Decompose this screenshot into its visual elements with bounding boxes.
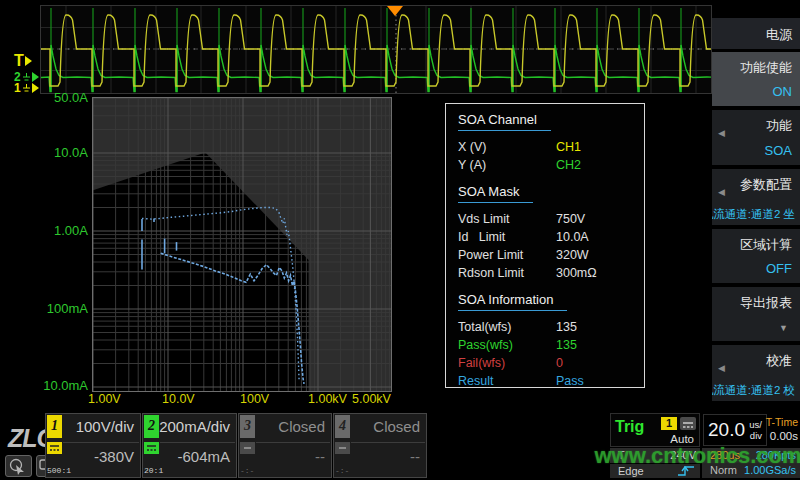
- chevron-left-icon: ◀: [718, 187, 725, 197]
- sidebar-label: 功能: [766, 117, 792, 135]
- waveform-display: [40, 5, 712, 94]
- row-label: Y (A): [458, 158, 556, 172]
- sidebar-value: ON: [773, 84, 793, 99]
- sidebar-item-parameter-config[interactable]: ◀ 参数配置 电流通道:通道2 坐: [712, 169, 800, 225]
- section-title-soa-mask: SOA Mask: [458, 184, 533, 203]
- y-tick-1a: 1.00A: [28, 223, 88, 238]
- sidebar-subtext: 电流通道:通道2 校: [712, 383, 795, 398]
- section-title-soa-channel: SOA Channel: [458, 112, 551, 131]
- timebase-unit-top: us/: [749, 420, 762, 430]
- y-tick-10ma: 10.0mA: [28, 378, 88, 393]
- x-tick-1kv: 1.00kV: [308, 392, 347, 406]
- y-channel-value: CH2: [556, 158, 581, 172]
- chevron-down-icon: ▼: [779, 323, 788, 333]
- x-tick-5kv: 5.00kV: [352, 392, 391, 406]
- watermark: www.cntronics.com: [593, 443, 800, 469]
- y-tick-10a: 10.0A: [28, 145, 88, 160]
- ch4-status: Closed: [373, 418, 420, 435]
- channel-4-badge: 4: [335, 415, 350, 438]
- right-arrow-icon: [25, 56, 32, 66]
- trigger-label: Trig: [615, 418, 644, 436]
- sidebar-subtext: 电流通道:通道2 坐: [712, 207, 795, 222]
- channel-1-badge: 1: [47, 415, 62, 438]
- row-label: Total(wfs): [458, 320, 556, 334]
- sidebar-item-calibration[interactable]: ◀ 校准 电流通道:通道2 校: [712, 345, 800, 401]
- row-label: Result: [458, 374, 556, 388]
- divider: [256, 442, 330, 443]
- ch1-position-marker[interactable]: 1: [14, 81, 39, 95]
- ch1-scale: 100V/div: [76, 418, 134, 435]
- sidebar-item-area-calc[interactable]: 区域计算 OFF: [712, 229, 800, 283]
- waveform-traces: [41, 6, 711, 93]
- ch2-probe-ratio: 20:1: [144, 466, 163, 475]
- sidebar-value: OFF: [766, 261, 792, 276]
- channel-2-box[interactable]: 2 200mA/div -604mA 20:1: [142, 413, 237, 478]
- row-label: Fail(wfs): [458, 356, 556, 370]
- pointer-click-icon: [6, 456, 31, 476]
- result-value: Pass: [556, 374, 584, 388]
- ch2-scale: 200mA/div: [159, 418, 230, 435]
- row-label: Rdson Limit: [458, 266, 556, 280]
- sidebar-item-function[interactable]: ◀ 功能 SOA: [712, 110, 800, 165]
- soa-plot-canvas: [93, 98, 391, 391]
- y-tick-100ma: 100mA: [28, 301, 88, 316]
- ch3-offset: --: [315, 448, 325, 465]
- oscilloscope-screen: T 2 1 50.0A 10.0A 1.00A 100mA 10.0mA 1.0…: [0, 0, 800, 480]
- sidebar-label: 校准: [766, 352, 792, 370]
- coupling-off-icon: [240, 440, 255, 452]
- trigger-marker-label: T: [14, 52, 24, 70]
- row-label: X (V): [458, 140, 556, 154]
- ch2-offset: -604mA: [177, 448, 230, 465]
- sidebar-label: 参数配置: [740, 176, 792, 194]
- rdson-limit-value: 300mΩ: [556, 266, 597, 280]
- fail-wfs-value: 0: [556, 356, 563, 370]
- timebase-box[interactable]: 20.0 us/ div: [703, 414, 767, 446]
- sidebar-item-export-report[interactable]: 导出报表 ▼: [712, 287, 800, 341]
- sidebar-item-power[interactable]: 电源: [712, 18, 800, 49]
- touch-gesture-button[interactable]: [5, 455, 32, 477]
- t-time-label: T-Time: [762, 416, 798, 428]
- chevron-left-icon: ◀: [718, 363, 725, 373]
- total-wfs-value: 135: [556, 320, 577, 334]
- channel-3-badge: 3: [240, 415, 255, 438]
- timebase-scale: 20.0: [708, 419, 745, 441]
- channel-2-badge: 2: [144, 415, 159, 438]
- soa-info-panel: SOA Channel X (V)CH1 Y (A)CH2 SOA Mask V…: [445, 103, 645, 388]
- bottom-status-bar: ZLG® 1 100V/div -380V 500:1 2 200mA/div …: [0, 410, 800, 480]
- ch3-status: Closed: [278, 418, 325, 435]
- x-tick-100v: 100V: [240, 392, 269, 406]
- sidebar-item-function-enable[interactable]: 功能使能 ON: [712, 52, 800, 106]
- sidebar-label: 功能使能: [740, 59, 792, 77]
- soa-plot: [92, 97, 392, 392]
- ch1-probe-ratio: 500:1: [47, 466, 71, 475]
- x-tick-1v: 1.00V: [88, 392, 121, 406]
- ch1-offset: -380V: [94, 448, 134, 465]
- channel-3-box[interactable]: 3 Closed -- -:-: [238, 413, 332, 478]
- vds-limit-value: 750V: [556, 212, 585, 226]
- trigger-level-marker[interactable]: T: [14, 52, 32, 70]
- ch4-probe-ratio: -:-: [335, 466, 349, 475]
- ch4-offset: --: [410, 448, 420, 465]
- row-label: Vds Limit: [458, 212, 556, 226]
- sidebar-label: 导出报表: [740, 294, 792, 312]
- timebase-unit-bottom: div: [750, 431, 762, 441]
- trigger-source-badge: 1: [661, 417, 677, 430]
- row-label: Id Limit: [458, 230, 556, 244]
- divider: [63, 442, 139, 443]
- right-arrow-icon: [32, 83, 39, 93]
- channel-1-box[interactable]: 1 100V/div -380V 500:1: [45, 413, 141, 478]
- power-limit-value: 320W: [556, 248, 589, 262]
- channel-4-box[interactable]: 4 Closed -- -:-: [333, 413, 427, 478]
- chevron-left-icon: ◀: [718, 128, 725, 138]
- dc-coupling-icon: [47, 440, 62, 452]
- trigger-status-box[interactable]: Trig 1 Auto: [610, 413, 700, 447]
- divider: [160, 442, 235, 443]
- trigger-position-marker[interactable]: [387, 6, 403, 16]
- row-label: Pass(wfs): [458, 338, 556, 352]
- ch1-marker-label: 1: [14, 81, 21, 95]
- section-title-soa-information: SOA Information: [458, 292, 567, 311]
- x-channel-value: CH1: [556, 140, 581, 154]
- trigger-coupling-icon: [680, 417, 696, 430]
- id-limit-value: 10.0A: [556, 230, 589, 244]
- t-time-value: 0.00s: [762, 430, 798, 442]
